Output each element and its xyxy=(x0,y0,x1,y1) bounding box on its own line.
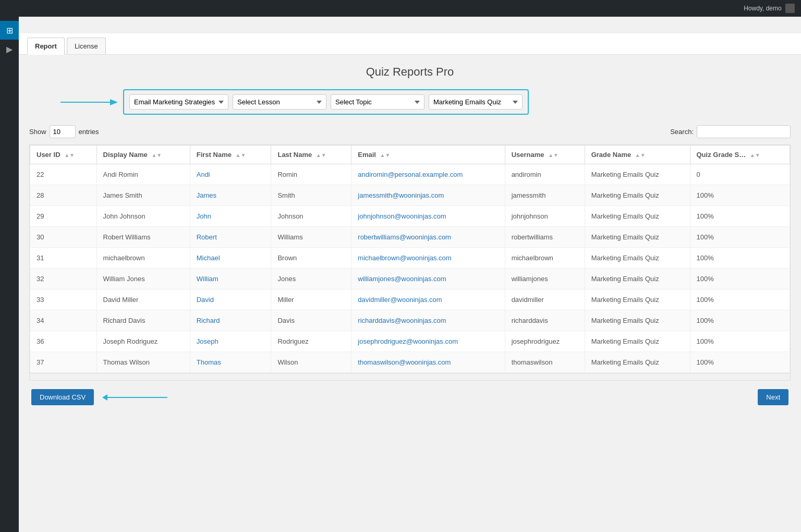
table-row: 32William JonesWilliamJoneswilliamjones@… xyxy=(30,269,790,289)
table-row: 37Thomas WilsonThomasWilsonthomaswilson@… xyxy=(30,352,790,373)
table-cell: Robert Williams xyxy=(96,227,190,248)
col-quiz-grade[interactable]: Quiz Grade S… ▲▼ xyxy=(690,146,790,164)
table-cell: William xyxy=(190,269,271,289)
filter-arrow xyxy=(60,94,118,110)
play-icon[interactable]: ▶ xyxy=(0,40,19,58)
table-cell: 36 xyxy=(30,331,97,352)
show-entries-input[interactable] xyxy=(50,125,76,138)
table-cell: 32 xyxy=(30,269,97,289)
search-box: Search: xyxy=(670,125,791,138)
horizontal-scrollbar[interactable] xyxy=(30,373,790,380)
table-cell: Joseph xyxy=(190,331,271,352)
table-cell: andiromin@personal.example.com xyxy=(351,164,505,185)
table-head: User ID ▲▼ Display Name ▲▼ First Name ▲▼… xyxy=(30,146,790,164)
table-cell: Wilson xyxy=(271,352,351,373)
tab-report[interactable]: Report xyxy=(27,38,65,55)
download-csv-button[interactable]: Download CSV xyxy=(31,389,94,405)
search-input[interactable] xyxy=(697,125,791,138)
col-grade-name[interactable]: Grade Name ▲▼ xyxy=(585,146,690,164)
table-cell: Davis xyxy=(271,310,351,331)
sort-icon-grade-name: ▲▼ xyxy=(635,152,646,158)
table-cell: thomaswilson@wooninjas.com xyxy=(351,352,505,373)
arrow-svg xyxy=(60,94,118,110)
tabs-bar: Report License xyxy=(19,33,801,55)
table-cell: 37 xyxy=(30,352,97,373)
table-cell: robertwilliams xyxy=(505,227,585,248)
sort-icon-username: ▲▼ xyxy=(548,152,559,158)
table-cell: richarddavis@wooninjas.com xyxy=(351,310,505,331)
quiz-select[interactable]: Marketing Emails Quiz xyxy=(429,94,523,110)
table-cell: Robert xyxy=(190,227,271,248)
table-cell: williamjones xyxy=(505,269,585,289)
table-cell: robertwilliams@wooninjas.com xyxy=(351,227,505,248)
topic-select[interactable]: Select Topic xyxy=(331,94,424,110)
col-display-name[interactable]: Display Name ▲▼ xyxy=(96,146,190,164)
table-cell: Marketing Emails Quiz xyxy=(585,331,690,352)
course-select[interactable]: Email Marketing Strategies xyxy=(129,94,228,110)
table-cell: Joseph Rodriguez xyxy=(96,331,190,352)
col-user-id[interactable]: User ID ▲▼ xyxy=(30,146,97,164)
tab-license[interactable]: License xyxy=(67,38,106,54)
table-cell: 100% xyxy=(690,352,790,373)
table-cell: Smith xyxy=(271,185,351,206)
table-controls: Show entries Search: xyxy=(29,125,791,138)
table-cell: Marketing Emails Quiz xyxy=(585,289,690,310)
user-avatar-icon xyxy=(785,4,795,13)
table-cell: 100% xyxy=(690,185,790,206)
bottom-controls: Download CSV Next xyxy=(29,389,791,405)
table-cell: Marketing Emails Quiz xyxy=(585,227,690,248)
col-username[interactable]: Username ▲▼ xyxy=(505,146,585,164)
table-body: 22Andi RominAndiRominandiromin@personal.… xyxy=(30,164,790,373)
table-cell: andiromin xyxy=(505,164,585,185)
table-header-row: User ID ▲▼ Display Name ▲▼ First Name ▲▼… xyxy=(30,146,790,164)
table-row: 31michaelbrownMichaelBrownmichaelbrown@w… xyxy=(30,248,790,269)
dashboard-icon[interactable]: ⊞ xyxy=(0,21,19,40)
table-cell: Marketing Emails Quiz xyxy=(585,164,690,185)
table-cell: 0 xyxy=(690,164,790,185)
bottom-left: Download CSV xyxy=(31,389,170,405)
table-cell: davidmiller@wooninjas.com xyxy=(351,289,505,310)
lesson-select[interactable]: Select Lesson xyxy=(233,94,326,110)
table-cell: 22 xyxy=(30,164,97,185)
table-cell: 100% xyxy=(690,269,790,289)
table-cell: Marketing Emails Quiz xyxy=(585,352,690,373)
table-row: 36Joseph RodriguezJosephRodriguezjosephr… xyxy=(30,331,790,352)
table-cell: John xyxy=(190,206,271,227)
table-cell: 34 xyxy=(30,310,97,331)
table-cell: Marketing Emails Quiz xyxy=(585,206,690,227)
table-cell: Marketing Emails Quiz xyxy=(585,310,690,331)
sort-icon-user-id: ▲▼ xyxy=(64,152,75,158)
table-row: 30Robert WilliamsRobertWilliamsrobertwil… xyxy=(30,227,790,248)
sort-icon-display-name: ▲▼ xyxy=(151,152,162,158)
svg-marker-3 xyxy=(102,394,107,401)
top-bar: Howdy, demo xyxy=(0,0,801,17)
table-cell: Brown xyxy=(271,248,351,269)
table-cell: John Johnson xyxy=(96,206,190,227)
table-cell: josephrodriguez xyxy=(505,331,585,352)
next-button[interactable]: Next xyxy=(758,389,788,405)
table-cell: Rodriguez xyxy=(271,331,351,352)
data-table: User ID ▲▼ Display Name ▲▼ First Name ▲▼… xyxy=(30,145,790,373)
table-cell: michaelbrown@wooninjas.com xyxy=(351,248,505,269)
table-cell: James Smith xyxy=(96,185,190,206)
table-cell: thomaswilson xyxy=(505,352,585,373)
table-cell: 100% xyxy=(690,227,790,248)
sort-icon-first-name: ▲▼ xyxy=(236,152,246,158)
table-cell: James xyxy=(190,185,271,206)
page-title: Quiz Reports Pro xyxy=(29,65,791,79)
table-cell: michaelbrown xyxy=(96,248,190,269)
table-wrapper: User ID ▲▼ Display Name ▲▼ First Name ▲▼… xyxy=(29,144,791,381)
table-cell: richarddavis xyxy=(505,310,585,331)
col-first-name[interactable]: First Name ▲▼ xyxy=(190,146,271,164)
sidebar: ⊞ ▶ xyxy=(0,17,19,532)
col-last-name[interactable]: Last Name ▲▼ xyxy=(271,146,351,164)
table-row: 22Andi RominAndiRominandiromin@personal.… xyxy=(30,164,790,185)
table-cell: 100% xyxy=(690,310,790,331)
table-cell: jamessmith xyxy=(505,185,585,206)
table-cell: Marketing Emails Quiz xyxy=(585,269,690,289)
table-row: 29John JohnsonJohnJohnsonjohnjohnson@woo… xyxy=(30,206,790,227)
col-email[interactable]: Email ▲▼ xyxy=(351,146,505,164)
table-cell: Williams xyxy=(271,227,351,248)
table-row: 33David MillerDavidMillerdavidmiller@woo… xyxy=(30,289,790,310)
table-cell: Romin xyxy=(271,164,351,185)
